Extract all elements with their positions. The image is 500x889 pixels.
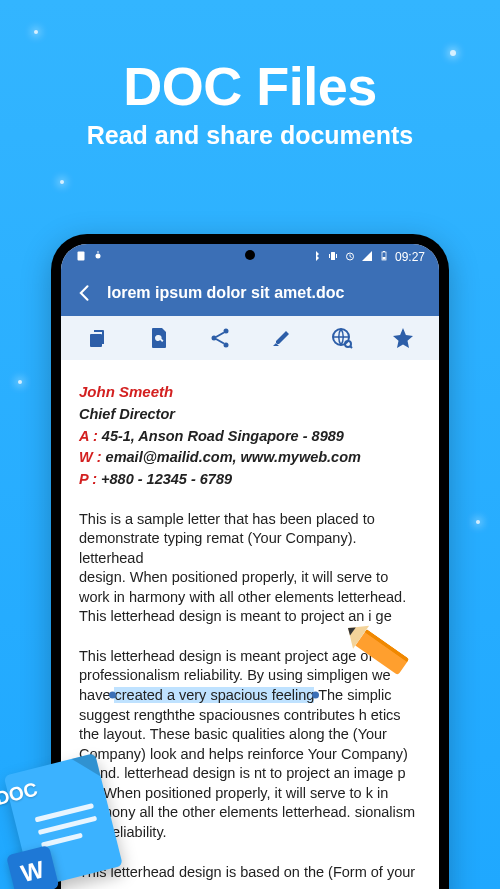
status-time: 09:27 bbox=[395, 250, 425, 264]
para1-a: This is a sample letter that has been pl… bbox=[79, 511, 375, 566]
battery-icon bbox=[378, 250, 390, 264]
back-button[interactable] bbox=[75, 283, 95, 303]
phone-value: +880 - 12345 - 6789 bbox=[101, 471, 232, 487]
web-search-button[interactable] bbox=[328, 324, 356, 352]
document-title: lorem ipsum dolor sit amet.doc bbox=[107, 284, 344, 302]
para2-a: This letterhead design is meant project … bbox=[79, 648, 340, 664]
android-icon bbox=[92, 250, 104, 264]
promo-title: DOC Files bbox=[0, 55, 500, 117]
svg-rect-3 bbox=[331, 252, 335, 260]
web-value: email@mailid.com, www.myweb.com bbox=[106, 449, 361, 465]
svg-rect-8 bbox=[383, 251, 385, 252]
address-key: A : bbox=[79, 428, 98, 444]
doc-author-name: John Smeeth bbox=[79, 382, 421, 402]
svg-rect-2 bbox=[98, 251, 99, 253]
svg-rect-5 bbox=[336, 254, 337, 258]
svg-rect-4 bbox=[329, 254, 330, 258]
notif-icon bbox=[75, 250, 87, 264]
web-key: W : bbox=[79, 449, 102, 465]
favorite-button[interactable] bbox=[389, 324, 417, 352]
doc-web-line: W : email@mailid.com, www.myweb.com bbox=[79, 448, 421, 468]
address-value: 45-1, Anson Road Singapore - 8989 bbox=[102, 428, 344, 444]
text-selection[interactable]: created a very spacious feeling bbox=[114, 687, 314, 703]
doc-paragraph-3: This letterhead design is based on the (… bbox=[79, 863, 421, 883]
svg-rect-9 bbox=[382, 257, 385, 260]
signal-icon bbox=[361, 250, 373, 264]
app-bar: lorem ipsum dolor sit amet.doc bbox=[61, 270, 439, 316]
para2-c: gn. When positioned properly, it will se… bbox=[79, 785, 415, 840]
share-button[interactable] bbox=[206, 324, 234, 352]
find-in-page-button[interactable] bbox=[145, 324, 173, 352]
highlight-button[interactable] bbox=[267, 324, 295, 352]
doc-author-role: Chief Director bbox=[79, 405, 421, 425]
svg-point-1 bbox=[96, 254, 101, 259]
phone-screen: 09:27 lorem ipsum dolor sit amet.doc Joh… bbox=[61, 244, 439, 889]
doc-phone-line: P : +880 - 12345 - 6789 bbox=[79, 470, 421, 490]
svg-point-11 bbox=[223, 329, 228, 334]
promo-header: DOC Files Read and share documents bbox=[0, 0, 500, 150]
phone-camera-dot bbox=[245, 250, 255, 260]
doc-address-line: A : 45-1, Anson Road Singapore - 8989 bbox=[79, 427, 421, 447]
alarm-icon bbox=[344, 250, 356, 264]
bluetooth-icon bbox=[310, 250, 322, 264]
copy-button[interactable] bbox=[84, 324, 112, 352]
phone-key: P : bbox=[79, 471, 97, 487]
svg-rect-0 bbox=[78, 252, 85, 261]
vibrate-icon bbox=[327, 250, 339, 264]
promo-subtitle: Read and share documents bbox=[0, 121, 500, 150]
phone-frame: 09:27 lorem ipsum dolor sit amet.doc Joh… bbox=[51, 234, 449, 889]
svg-point-12 bbox=[223, 343, 228, 348]
toolbar bbox=[61, 316, 439, 360]
